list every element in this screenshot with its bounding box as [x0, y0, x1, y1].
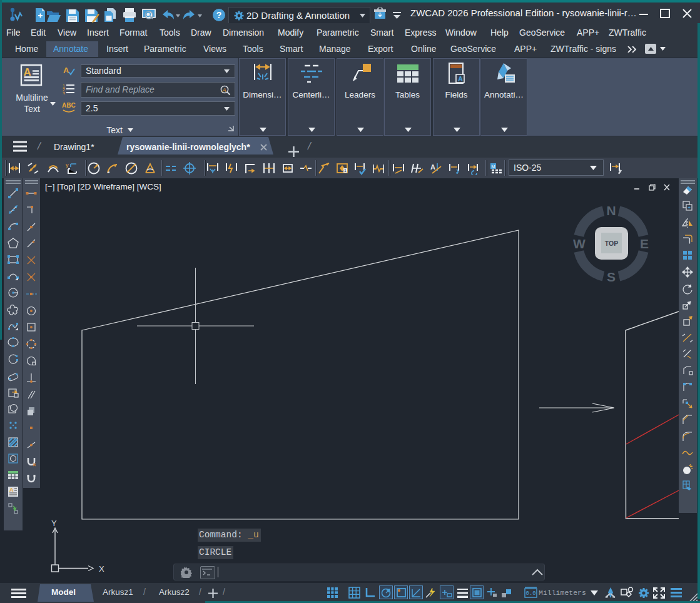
- svg-text:A: A: [430, 163, 435, 171]
- svg-text:?: ?: [216, 10, 222, 20]
- svg-text:S: S: [607, 270, 616, 284]
- svg-text:E: E: [640, 236, 649, 251]
- svg-text:3: 3: [63, 91, 65, 94]
- svg-text:A: A: [458, 75, 463, 83]
- svg-text:A: A: [222, 87, 226, 93]
- svg-text:X: X: [99, 564, 104, 574]
- svg-text:TOP: TOP: [605, 240, 618, 247]
- svg-text:A: A: [24, 66, 31, 78]
- svg-text:A: A: [9, 487, 14, 493]
- svg-text:0.0: 0.0: [526, 590, 536, 597]
- svg-text:W: W: [573, 236, 586, 251]
- svg-text:ABC: ABC: [62, 102, 76, 109]
- svg-text:M: M: [492, 165, 495, 169]
- svg-text:Y: Y: [51, 519, 57, 528]
- svg-text:N: N: [606, 203, 616, 218]
- svg-text:1: 1: [344, 168, 347, 173]
- svg-text:y: y: [66, 162, 69, 168]
- svg-text:A: A: [63, 66, 69, 75]
